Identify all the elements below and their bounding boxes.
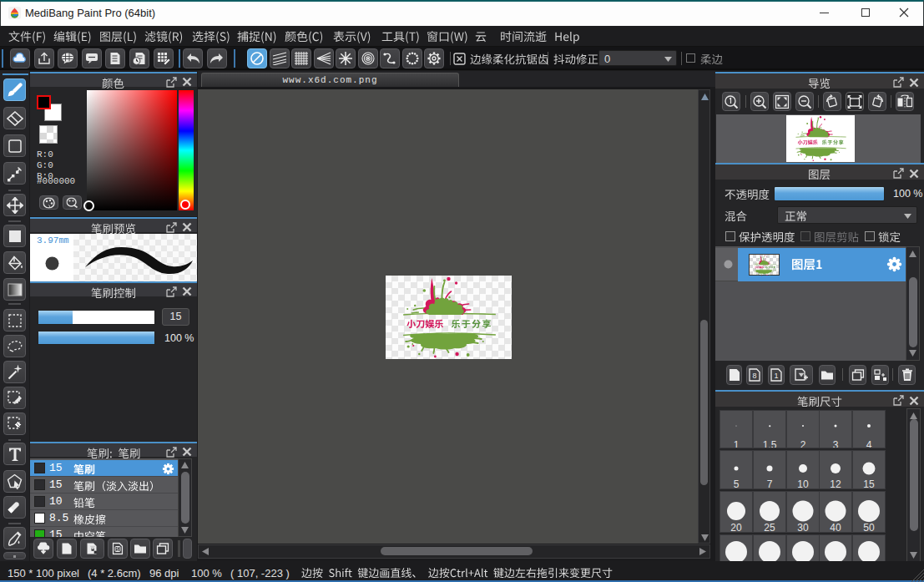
svg-text:8: 8: [752, 372, 756, 380]
svg-text:1: 1: [774, 372, 778, 380]
